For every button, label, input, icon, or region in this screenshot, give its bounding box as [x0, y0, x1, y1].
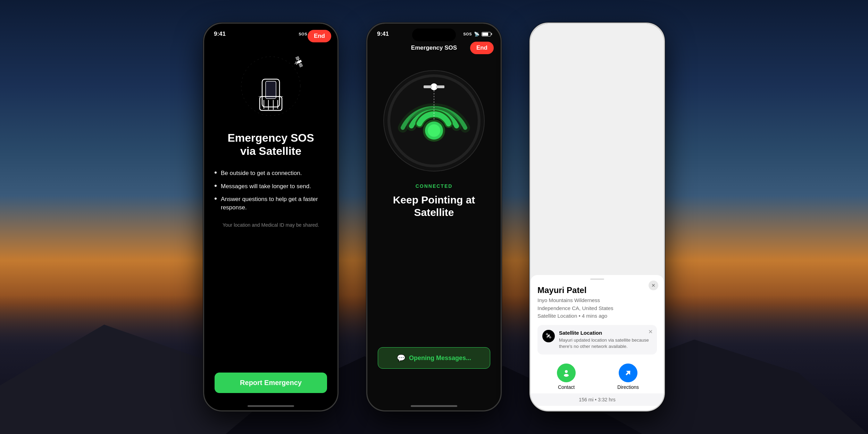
- satellite-notification: 🛰 Satellite Location Mayuri updated loca…: [537, 325, 657, 354]
- action-buttons: Contact Directions: [537, 360, 657, 393]
- directions-arrow-icon: [624, 369, 632, 377]
- phone3: 9:41: [529, 23, 665, 411]
- svg-rect-19: [436, 85, 444, 88]
- svg-rect-18: [424, 85, 432, 88]
- notif-satellite-icon: 🛰: [542, 330, 555, 342]
- keep-pointing-text: Keep Pointing at Satellite: [367, 194, 501, 219]
- phone2-header-title: Emergency SOS: [411, 44, 457, 51]
- phone1-content: 🛰: [204, 24, 337, 410]
- phone2-screen: 9:41 SOS 📡 Emergency SOS: [367, 24, 501, 410]
- svg-point-16: [428, 124, 440, 137]
- satellite-arc-svg: 🛰: [233, 51, 309, 121]
- bullet-dot-3: [215, 198, 217, 200]
- phone1-bullet-3: Answer questions to help get a faster re…: [215, 195, 327, 212]
- phone2-battery: [482, 32, 491, 36]
- connected-label: CONNECTED: [367, 183, 501, 189]
- phone1-disclaimer: Your location and Medical ID may be shar…: [223, 222, 319, 228]
- directions-icon: [619, 364, 637, 382]
- drag-handle: [590, 278, 604, 280]
- phone1-sos: SOS: [299, 32, 307, 36]
- phone1-title: Emergency SOS via Satellite: [228, 131, 314, 158]
- satellite-animation: 🛰: [233, 51, 309, 121]
- opening-messages-label: Opening Messages...: [409, 354, 471, 362]
- phone2-dynamic-island: [412, 28, 456, 41]
- notif-close-button[interactable]: ✕: [648, 328, 653, 335]
- opening-messages-button[interactable]: 💬 Opening Messages...: [378, 347, 490, 369]
- phone2-satellite-icon: 📡: [474, 32, 479, 36]
- phone1-dynamic-island: [249, 28, 293, 41]
- directions-label: Directions: [617, 384, 639, 390]
- svg-text:📡: 📡: [474, 32, 479, 36]
- phone1-time: 9:41: [214, 31, 226, 37]
- phone1-screen: 9:41 SOS 📡 End: [204, 24, 337, 410]
- contact-button[interactable]: Contact: [537, 364, 595, 390]
- message-icon: 💬: [397, 354, 406, 362]
- contact-icon: [557, 364, 576, 382]
- notif-title: Satellite Location: [559, 330, 652, 336]
- svg-text:🛰: 🛰: [293, 56, 306, 69]
- phone1: 9:41 SOS 📡 End: [203, 23, 339, 411]
- phone2-status-icons: SOS 📡: [463, 32, 491, 36]
- person-location: Inyo Mountains Wilderness Independence C…: [537, 297, 657, 320]
- phone2-home-indicator: [411, 405, 457, 407]
- distance-bar: 156 mi • 3:32 hrs: [531, 393, 664, 406]
- notif-content: Satellite Location Mayuri updated locati…: [559, 330, 652, 350]
- phone2-end-button[interactable]: End: [470, 42, 494, 54]
- svg-point-34: [564, 374, 569, 377]
- phone3-home-indicator: [610, 409, 657, 410]
- phone2-header: Emergency SOS End: [367, 44, 501, 51]
- person-panel: ✕ Mayuri Patel Inyo Mountains Wilderness…: [531, 275, 664, 410]
- compass-svg: [382, 69, 486, 173]
- person-name: Mayuri Patel: [537, 285, 657, 295]
- svg-point-33: [565, 370, 568, 373]
- person-icon: [562, 369, 570, 377]
- phone1-end-button[interactable]: End: [308, 30, 331, 42]
- phones-container: 9:41 SOS 📡 End: [0, 0, 868, 434]
- notif-icon-symbol: 🛰: [546, 333, 551, 339]
- phone1-bullet-1: Be outside to get a connection.: [215, 169, 327, 177]
- phone2-sos: SOS: [463, 32, 472, 36]
- person-panel-close-button[interactable]: ✕: [649, 281, 658, 290]
- phone1-bullets: Be outside to get a connection. Messages…: [215, 169, 327, 212]
- phone2-time: 9:41: [377, 31, 389, 37]
- satellite-compass: [382, 69, 486, 173]
- directions-button[interactable]: Directions: [599, 364, 657, 390]
- notif-desc: Mayuri updated location via satellite be…: [559, 337, 652, 350]
- phone2: 9:41 SOS 📡 Emergency SOS: [366, 23, 502, 411]
- bullet-dot-2: [215, 185, 217, 187]
- phone1-bullet-2: Messages will take longer to send.: [215, 182, 327, 191]
- svg-rect-4: [266, 81, 276, 99]
- report-emergency-button[interactable]: Report Emergency: [215, 373, 327, 393]
- contact-label: Contact: [558, 384, 575, 390]
- phone1-home-indicator: [248, 405, 294, 407]
- bullet-dot-1: [215, 172, 217, 174]
